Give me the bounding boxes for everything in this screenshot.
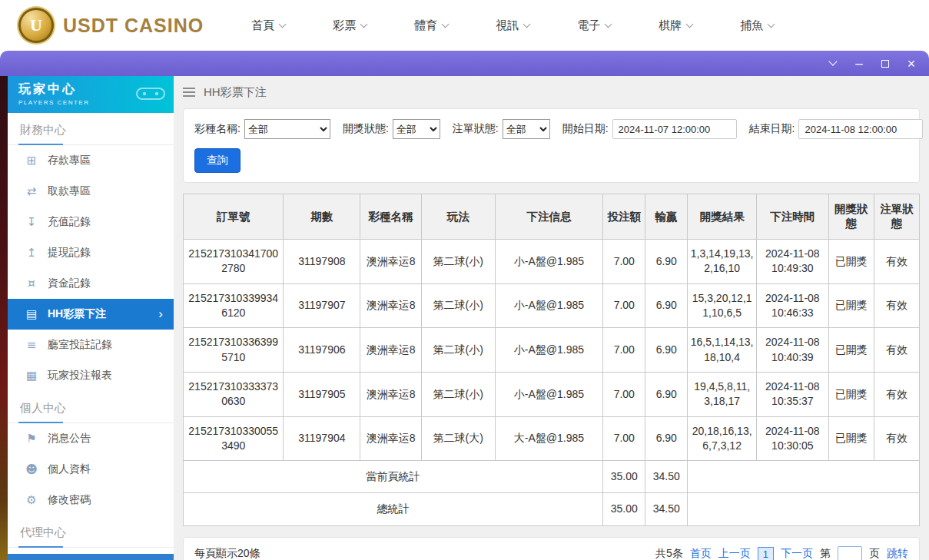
sidebar-item-label: 提現記錄: [48, 246, 91, 260]
cell-playtype: 第二球(小): [421, 240, 495, 284]
cell-playtype: 第二球(小): [421, 328, 495, 373]
sidebar-item-recharge-records[interactable]: ↧ 充值記錄: [8, 207, 174, 237]
cell-lottery: 澳洲幸运8: [360, 416, 421, 461]
bet-report-icon: ▦: [25, 369, 38, 383]
first-page-link[interactable]: 首页: [690, 547, 712, 560]
table-row: 2152173103363995710 31197906 澳洲幸运8 第二球(小…: [184, 328, 920, 373]
draw-status-select[interactable]: 全部: [393, 119, 440, 139]
cell-bet-time: 2024-11-08 10:30:05: [756, 416, 828, 461]
filter-panel: 彩種名稱: 全部 開獎狀態: 全部 注單狀態: 全部 開始日期: 結束日期:: [183, 108, 920, 183]
sidebar-item-fund-records[interactable]: ¤ 資金記錄: [8, 268, 174, 299]
brand[interactable]: U USDT CASINO: [18, 8, 204, 43]
window-titlebar: [0, 51, 929, 76]
column-header-playtype: 玩法: [421, 194, 495, 240]
sidebar-item-label: 玩家投注報表: [48, 369, 112, 383]
end-date-input[interactable]: [798, 119, 923, 139]
nav-label: 棋牌: [659, 18, 682, 33]
cell-bet-info: 小-A盤@1.985: [495, 328, 603, 373]
nav-item-chess[interactable]: 棋牌: [659, 18, 692, 33]
sidebar-item-hall-bet-records[interactable]: ≡ 廳室投註記錄: [8, 330, 174, 360]
cell-bet-info: 小-A盤@1.985: [495, 283, 603, 328]
cell-draw-status: 已開獎: [828, 416, 874, 461]
nav-item-slots[interactable]: 電子: [577, 18, 611, 33]
collapse-icon[interactable]: [826, 58, 840, 69]
column-header-bet-amount: 投注額: [603, 194, 645, 240]
lottery-select[interactable]: 全部: [244, 119, 330, 139]
table-row: 2152173103300553490 31197904 澳洲幸运8 第二球(大…: [184, 416, 920, 461]
cell-lottery: 澳洲幸运8: [360, 372, 421, 416]
prev-page-link[interactable]: 上一页: [718, 547, 751, 560]
lottery-bets-icon: ▤: [25, 307, 38, 321]
cell-win-loss: 6.90: [645, 240, 688, 284]
summary-label: 總統計: [184, 493, 603, 525]
current-page[interactable]: 1: [758, 547, 774, 560]
summary-label: 當前頁統計: [184, 461, 603, 493]
jump-button[interactable]: 跳转: [887, 547, 908, 560]
page-number-input[interactable]: [838, 546, 862, 560]
cell-period: 31197908: [284, 240, 360, 284]
fund-records-icon: ¤: [25, 277, 38, 290]
nav-item-home[interactable]: 首頁: [251, 18, 285, 33]
sidebar-item-player-bet-report[interactable]: ▦ 玩家投注報表: [8, 360, 174, 391]
minimize-icon[interactable]: [852, 57, 866, 70]
sidebar-item-label: 存款專區: [48, 154, 91, 167]
menu-icon[interactable]: [183, 91, 195, 93]
cell-order-status: 有效: [874, 328, 919, 373]
chevron-down-icon: [442, 21, 450, 28]
cell-bet-time: 2024-11-08 10:49:30: [756, 240, 828, 284]
order-status-select[interactable]: 全部: [503, 119, 550, 139]
nav-item-live-video[interactable]: 視訊: [496, 18, 529, 33]
section-label: 個人中心: [20, 401, 66, 414]
column-header-period: 期數: [284, 194, 360, 240]
next-page-link[interactable]: 下一页: [781, 547, 813, 560]
nav-label: 視訊: [496, 18, 519, 33]
sidebar-item-change-password[interactable]: ⚙ 修改密碼: [8, 485, 174, 515]
sidebar-item-deposit[interactable]: ⊞ 存款專區: [8, 145, 174, 176]
cell-bet-time: 2024-11-08 10:40:39: [756, 328, 828, 373]
end-date-label: 結束日期:: [749, 122, 795, 136]
sidebar-item-label: 消息公告: [48, 432, 91, 446]
cell-bet-info: 小-A盤@1.985: [495, 372, 603, 416]
cell-bet-amount: 7.00: [603, 240, 645, 284]
recharge-records-icon: ↧: [25, 215, 38, 229]
lottery-filter: 彩種名稱: 全部: [194, 119, 330, 139]
maximize-icon[interactable]: [878, 58, 892, 69]
cell-lottery: 澳洲幸运8: [360, 283, 421, 328]
cell-bet-amount: 7.00: [603, 372, 645, 416]
sidebar-item-withdraw[interactable]: ⇄ 取款專區: [8, 176, 174, 207]
withdraw-icon: ⇄: [25, 184, 38, 198]
cashout-records-icon: ↥: [25, 246, 38, 260]
sidebar-item-label: 充值記錄: [48, 215, 91, 229]
cell-draw-status: 已開獎: [828, 240, 874, 284]
sidebar-bottom-bar: [8, 554, 174, 560]
page-size-text: 每頁顯示20條: [194, 547, 260, 560]
lottery-label: 彩種名稱:: [194, 122, 241, 136]
table-row: 2152173103333730630 31197905 澳洲幸运8 第二球(小…: [184, 372, 920, 416]
nav-item-fishing[interactable]: 捕魚: [740, 18, 774, 33]
cell-lottery: 澳洲幸运8: [360, 328, 421, 373]
jump-prefix-text: 第: [820, 547, 831, 560]
search-button[interactable]: 查詢: [194, 148, 241, 173]
cell-draw-status: 已開獎: [828, 372, 874, 416]
main-nav: 首頁 彩票 體育 視訊 電子 棋牌 捕魚: [251, 18, 774, 33]
sidebar-item-cashout-records[interactable]: ↥ 提現記錄: [8, 237, 174, 268]
bets-table: 訂單號 期數 彩種名稱 玩法 下注信息 投注額 輸贏 開獎結果 下注時間 開獎狀…: [183, 194, 920, 526]
start-date-input[interactable]: [612, 119, 737, 139]
cell-bet-amount: 7.00: [603, 283, 645, 328]
cell-playtype: 第二球(大): [421, 416, 495, 461]
password-icon: ⚙: [25, 493, 38, 507]
hall-bet-records-icon: ≡: [25, 338, 38, 352]
nav-item-lottery[interactable]: 彩票: [333, 18, 367, 33]
table-row: 2152173103417002780 31197908 澳洲幸运8 第二球(小…: [184, 240, 920, 284]
close-icon[interactable]: [904, 57, 918, 71]
chevron-down-icon: [360, 21, 368, 28]
sidebar-item-announcements[interactable]: ⚑ 消息公告: [8, 423, 174, 454]
cell-draw-result: 15,3,20,12,11,10,6,5: [688, 283, 757, 328]
player-center-header: 玩家中心 PLAYERS CENTER: [8, 76, 174, 113]
sidebar-item-profile[interactable]: ☻ 個人資料: [8, 454, 174, 485]
nav-item-sports[interactable]: 體育: [414, 18, 448, 33]
sidebar-item-hh-lottery-bets[interactable]: ▤ HH彩票下注 ›: [8, 299, 174, 330]
app-body: 玩家中心 PLAYERS CENTER 財務中心 ⊞ 存款專區 ⇄ 取款專區 ↧…: [0, 76, 929, 560]
chevron-down-icon: [523, 21, 531, 28]
pager: 共5条 首页 上一页 1 下一页 第 页 跳转: [655, 546, 908, 560]
